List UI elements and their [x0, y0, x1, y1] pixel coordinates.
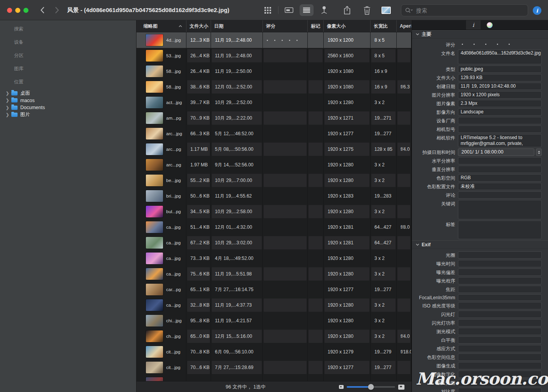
column-header-6[interactable]: 长宽比 — [371, 20, 397, 32]
field-value[interactable]: LRTimelapse 5.2 - licensed to mrfiggler@… — [458, 134, 542, 147]
table-row[interactable]: 4d...jpg12...3 KB11月 19,...2:48.001920 x… — [137, 32, 411, 48]
exif-field-value[interactable] — [458, 286, 542, 293]
table-row[interactable]: arc...jpg66...3 KB5月 12,...:46:52.001920… — [137, 126, 411, 141]
exif-field-value[interactable] — [458, 251, 542, 259]
field-value[interactable] — [458, 191, 542, 199]
tab-info[interactable]: i — [466, 20, 481, 30]
sidebar-item-folder[interactable]: ❯Documents — [0, 104, 136, 111]
table-row[interactable]: ca...jpg73...3 KB4月 18,...:49:52.001920 … — [137, 251, 411, 266]
exif-field-value[interactable] — [458, 311, 542, 318]
back-button[interactable] — [37, 5, 47, 15]
chevron-right-icon[interactable]: ❯ — [5, 98, 10, 103]
aperture-cell-value — [397, 267, 410, 281]
field-value[interactable]: Landscape — [458, 108, 542, 116]
grid-view-button[interactable] — [261, 4, 275, 16]
table-row[interactable]: am...pg70...9 KB10月 29,...2:22.001920 x … — [137, 110, 411, 126]
section-exif[interactable]: Exif — [412, 240, 548, 249]
rating-stars[interactable] — [458, 41, 542, 48]
exif-field-value[interactable] — [458, 277, 542, 284]
field-value[interactable]: 4d086e061d950a...162d9f3d3c9e2.jpg — [458, 49, 542, 64]
field-value[interactable] — [458, 166, 542, 173]
tab-color[interactable] — [481, 20, 498, 30]
field-value[interactable]: 2.3 Mpx — [458, 100, 542, 107]
table-row[interactable]: arc...pg1.97 MB9月 14,...:52:56.001920 x … — [137, 157, 411, 173]
exif-field-value[interactable] — [458, 328, 542, 335]
table-row[interactable]: cit...jpg70...6 KB7月 27,...:15:28.691920… — [137, 360, 411, 375]
column-header-5[interactable]: 像素大小 — [324, 20, 371, 32]
forward-button[interactable] — [52, 5, 62, 15]
table-row[interactable]: chi...jpg95...8 KB11月 19,...4:21.571920 … — [137, 313, 411, 328]
field-value[interactable]: 未校准 — [458, 183, 542, 190]
field-value[interactable]: RGB — [458, 174, 542, 182]
sidebar-item-folder[interactable]: ❯macos — [0, 97, 136, 104]
delete-button[interactable] — [360, 4, 374, 16]
table-row[interactable]: be...jpg55...2 KB10月 29,...7:00.001920 x… — [137, 173, 411, 188]
table-row[interactable]: ca...jpg75...6 KB11月 19,...5:51.981920 x… — [137, 266, 411, 282]
search-field[interactable] — [401, 4, 528, 16]
map-view-button[interactable] — [317, 4, 331, 16]
exif-field-value[interactable] — [458, 302, 542, 309]
zoom-slider-thumb[interactable] — [368, 384, 374, 390]
table-row[interactable]: ca...jpg32...8 KB11月 19,...4:37.731920 x… — [137, 297, 411, 313]
table-row[interactable]: 58...jpg38...6 KB12月 03,...2:52.001920 x… — [137, 79, 411, 95]
exif-field-value[interactable] — [458, 336, 542, 344]
table-row[interactable]: arc...pg1.17 MB5月 08,...:50:56.001920 x … — [137, 141, 411, 157]
search-input[interactable] — [416, 7, 524, 14]
field-value[interactable]: 1920 x 1200 pixels — [458, 91, 542, 99]
exif-field-value[interactable] — [458, 319, 542, 327]
stepper-control[interactable] — [536, 148, 542, 156]
minimize-button[interactable] — [15, 8, 20, 13]
pixel-size-cell: 1920 x 1277 — [324, 360, 371, 375]
table-row[interactable]: cit...jpg70...8 KB6月 09,...:56:10.001920… — [137, 344, 411, 360]
exif-field-value[interactable] — [458, 345, 542, 352]
table-row[interactable]: bri...jpg50...6 KB11月 19,...4:55.621920 … — [137, 188, 411, 204]
column-header-4[interactable]: 标记 — [308, 20, 324, 32]
chevron-right-icon[interactable]: ❯ — [5, 112, 10, 117]
table-row[interactable]: ca...jpg51...4 KB12月 01,...4:32.001920 x… — [137, 219, 411, 235]
thumbnail-cell: 58...jpg — [137, 64, 186, 79]
exif-field-value[interactable] — [458, 268, 542, 276]
filmstrip-view-button[interactable] — [282, 4, 296, 16]
section-main[interactable]: 主要 — [412, 30, 548, 39]
date-cell-value: 10月 29,...2:22.00 — [212, 111, 262, 125]
field-row: 设备厂商 — [412, 117, 542, 124]
exif-field-value[interactable] — [458, 362, 542, 369]
datetime-input[interactable]: 2001/ 1/ 1 08:00:00 — [458, 148, 534, 156]
zoom-slider[interactable] — [347, 386, 395, 388]
column-header-3[interactable]: 评分 — [263, 20, 308, 32]
field-value[interactable] — [458, 125, 542, 133]
exif-field-value[interactable] — [458, 294, 542, 301]
field-value[interactable] — [458, 157, 542, 164]
column-header-1[interactable]: 文件大小 — [186, 20, 211, 32]
export-photo-button[interactable] — [379, 4, 393, 16]
chevron-right-icon[interactable]: ❯ — [5, 91, 10, 96]
table-row[interactable]: 53...jpg26...4 KB11月 19,...2:48.002560 x… — [137, 48, 411, 64]
field-value[interactable] — [458, 221, 542, 239]
table-row[interactable]: ca...jpg67...2 KB10月 29,...3:02.001920 x… — [137, 235, 411, 251]
column-header-0[interactable]: 缩略图 — [137, 20, 186, 32]
zoom-button[interactable] — [23, 8, 28, 13]
table-row[interactable]: 58...jpg26...4 KB11月 19,...2:50.001920 x… — [137, 64, 411, 79]
file-size-cell: 55...2 KB — [186, 173, 211, 188]
column-header-2[interactable]: 日期 — [211, 20, 263, 32]
table-row[interactable]: act...jpg39...7 KB10月 29,...2:52.001920 … — [137, 95, 411, 110]
field-value[interactable] — [458, 117, 542, 124]
sidebar-item-folder[interactable]: ❯图片 — [0, 111, 136, 118]
exif-field-value[interactable] — [458, 353, 542, 361]
column-header-7[interactable]: Apertu — [397, 20, 411, 32]
share-button[interactable] — [340, 4, 354, 16]
field-value[interactable]: 11月 19, 2019 10:42:48.00 — [458, 83, 542, 90]
info-button[interactable]: i — [533, 6, 541, 15]
table-row[interactable]: ci...jpg73...2 KB4月 15,...:10:10.001920 … — [137, 375, 411, 381]
field-value[interactable]: 129.93 KB — [458, 74, 542, 81]
field-value[interactable] — [458, 200, 542, 219]
field-value[interactable]: public.jpeg — [458, 65, 542, 73]
close-button[interactable] — [7, 8, 12, 13]
table-row[interactable]: bul...pg34...5 KB10月 29,...2:58.001920 x… — [137, 204, 411, 219]
list-view-button[interactable] — [300, 4, 314, 16]
table-row[interactable]: ch...jpg65...0 KB12月 15,...5:16.001920 x… — [137, 328, 411, 344]
exif-field-value[interactable] — [458, 260, 542, 267]
chevron-right-icon[interactable]: ❯ — [5, 105, 10, 110]
sidebar-item-folder[interactable]: ❯桌面 — [0, 90, 136, 97]
table-row[interactable]: car...pg65...1 KB7月 27,...:16:14.751920 … — [137, 282, 411, 297]
